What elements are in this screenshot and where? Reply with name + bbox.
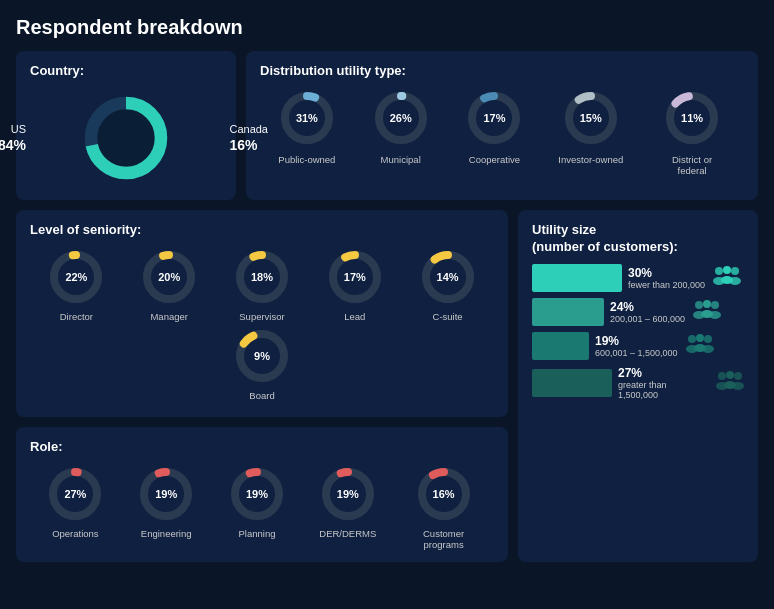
role-item: 19%DER/DERMS [318,464,378,539]
role-item: 27%Operations [45,464,105,539]
seniority-pct: 20% [158,271,180,283]
svg-point-48 [696,334,704,342]
us-country: US [11,123,26,135]
role-pct: 19% [246,488,268,500]
role-donut: 19% [227,464,287,524]
people-icon [714,370,744,395]
svg-point-52 [718,372,726,380]
utility-label: Investor-owned [558,154,623,165]
seniority-pct: 17% [344,271,366,283]
role-label: Planning [238,528,275,539]
country-chart: US 84% Canada 16% [30,88,222,188]
svg-point-44 [711,301,719,309]
canada-label: Canada 16% [229,122,268,154]
seniority-pct: 14% [437,271,459,283]
utility-size-desc: fewer than 200,000 [628,280,705,290]
role-charts: 27%Operations 19%Engineering 19%Planning… [30,464,494,550]
utility-label: Cooperative [469,154,520,165]
utility-size-row: 24%200,001 – 600,000 [532,298,744,326]
svg-point-57 [732,382,744,390]
people-icon [711,265,741,290]
canada-country: Canada [229,123,268,135]
utility-size-info: 19%600,001 – 1,500,000 [595,334,678,358]
utility-size-pct: 27% [618,366,708,380]
seniority-card: Level of seniority: 22%Director 20%Manag… [16,210,508,417]
utility-size-info: 24%200,001 – 600,000 [610,300,685,324]
utility-donut: 26% [371,88,431,148]
utility-size-desc: 600,001 – 1,500,000 [595,348,678,358]
role-label: Operations [52,528,98,539]
role-pct: 19% [337,488,359,500]
svg-point-38 [731,267,739,275]
utility-pct: 17% [483,112,505,124]
svg-point-42 [703,300,711,308]
utility-size-desc: greater than 1,500,000 [618,380,708,400]
role-donut: 19% [136,464,196,524]
canada-pct: 16% [229,137,257,153]
utility-size-info: 30%fewer than 200,000 [628,266,705,290]
utility-type-item: 15%Investor-owned [558,88,623,165]
utility-size-pct: 19% [595,334,678,348]
utility-size-row: 30%fewer than 200,000 [532,264,744,292]
svg-point-56 [734,372,742,380]
role-pct: 16% [433,488,455,500]
utility-size-desc: 200,001 – 600,000 [610,314,685,324]
seniority-donut: 14% [418,247,478,307]
utility-size-bars: 30%fewer than 200,000 24%200,001 – 600,0… [532,264,744,400]
role-label: DER/DERMS [319,528,376,539]
utility-pct: 11% [681,112,703,124]
page-title: Respondent breakdown [16,16,758,39]
seniority-item: 14%C-suite [408,247,488,322]
utility-label: Municipal [381,154,421,165]
seniority-label: Lead [344,311,365,322]
country-card: Country: US 84% Canada 16% [16,51,236,200]
utility-pct: 31% [296,112,318,124]
role-title: Role: [30,439,494,454]
utility-donut: 11% [662,88,722,148]
seniority-label: Manager [150,311,188,322]
utility-size-row: 19%600,001 – 1,500,000 [532,332,744,360]
svg-point-51 [702,345,714,353]
utility-label: Public-owned [278,154,335,165]
utility-size-card: Utility size(number of customers): 30%fe… [518,210,758,562]
seniority-pct: 9% [254,350,270,362]
utility-pct: 15% [580,112,602,124]
utility-size-title: Utility size(number of customers): [532,222,744,256]
role-pct: 27% [64,488,86,500]
utility-type-item: 11%District or federal [657,88,727,176]
seniority-donut: 22% [46,247,106,307]
utility-size-pct: 24% [610,300,685,314]
utility-size-bar [532,298,604,326]
role-label: Engineering [141,528,192,539]
utility-size-bar [532,264,622,292]
seniority-title: Level of seniority: [30,222,494,237]
utility-size-bar [532,332,589,360]
utility-donut: 15% [561,88,621,148]
seniority-charts: 22%Director 20%Manager 18%Supervisor 17%… [30,247,494,405]
us-label: US 84% [0,122,26,154]
seniority-label: Director [60,311,93,322]
country-title: Country: [30,63,222,78]
seniority-label: Board [249,390,274,401]
seniority-label: C-suite [433,311,463,322]
utility-type-item: 26%Municipal [371,88,431,165]
utility-size-info: 27%greater than 1,500,000 [618,366,708,400]
us-pct: 84% [0,137,26,153]
svg-point-40 [695,301,703,309]
role-pct: 19% [155,488,177,500]
role-item: 16%Customer programs [409,464,479,550]
svg-point-39 [729,277,741,285]
seniority-donut: 9% [232,326,292,386]
svg-point-46 [688,335,696,343]
seniority-item: 20%Manager [129,247,209,322]
role-item: 19%Planning [227,464,287,539]
svg-point-36 [723,266,731,274]
seniority-item: 22%Director [36,247,116,322]
seniority-item: 17%Lead [315,247,395,322]
role-donut: 19% [318,464,378,524]
role-donut: 16% [414,464,474,524]
svg-point-45 [709,311,721,319]
seniority-pct: 18% [251,271,273,283]
utility-type-item: 31%Public-owned [277,88,337,165]
utility-donut: 17% [464,88,524,148]
